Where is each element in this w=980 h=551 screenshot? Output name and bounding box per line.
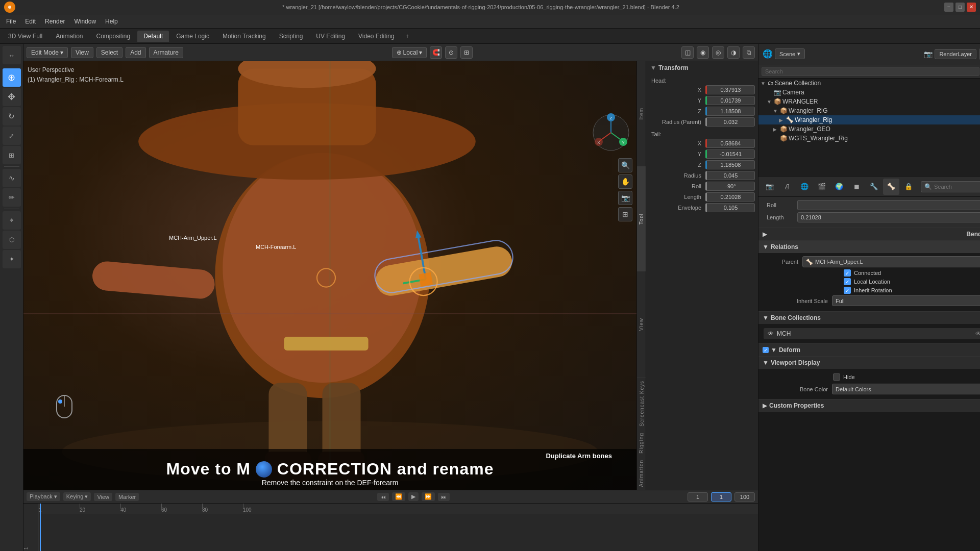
menu-help[interactable]: Help — [101, 16, 122, 27]
tab-uv-editing[interactable]: UV Editing — [310, 31, 351, 42]
tab-game-logic[interactable]: Game Logic — [170, 31, 215, 42]
tool-icon-draw[interactable]: ✏ — [3, 188, 21, 207]
tool-icon-extra1[interactable]: ⬡ — [3, 231, 21, 249]
props-search-input[interactable] — [934, 184, 980, 190]
tool-icon-transform[interactable]: ⊞ — [3, 146, 21, 164]
next-frame-button[interactable]: ⏩ — [422, 492, 435, 501]
navigation-gizmo[interactable]: Z Y X — [591, 112, 631, 153]
maximize-button[interactable]: □ — [955, 3, 965, 12]
prev-frame-button[interactable]: ⏪ — [392, 492, 405, 501]
render-props-icon[interactable]: 📷 — [762, 179, 778, 195]
local-location-checkbox[interactable] — [844, 278, 851, 285]
bone-props-icon[interactable]: 🦴 — [883, 179, 899, 195]
outliner-wrangler-rig-coll[interactable]: ▼ 📦 Wrangler_RIG — [758, 106, 980, 115]
radius-value[interactable]: 0.045 — [705, 171, 755, 180]
scene-collection-item[interactable]: ▼ 🗂 Scene Collection 👁 — [758, 79, 980, 88]
connected-checkbox[interactable] — [844, 269, 851, 277]
view-layer-icon[interactable]: 🌐 — [796, 179, 813, 195]
view-menu[interactable]: View — [94, 493, 112, 501]
tab-animation[interactable]: Animation — [50, 31, 89, 42]
viewport-overlay-btn[interactable]: View — [71, 47, 93, 58]
zoom-in-button[interactable]: 🔍 — [618, 158, 632, 172]
deform-header[interactable]: ▼ Deform — [758, 344, 980, 356]
tool-icon-cursor[interactable]: ⊕ — [3, 68, 21, 87]
viewport-shading-rendered[interactable]: ◑ — [727, 46, 740, 59]
hand-tool-button[interactable]: ✋ — [618, 174, 632, 189]
deform-checkbox[interactable] — [763, 347, 769, 353]
transform-orientation-dropdown[interactable]: ⊕ Local ▾ — [392, 47, 427, 58]
custom-props-header[interactable]: ▶ Custom Properties — [758, 399, 980, 412]
menu-file[interactable]: File — [2, 16, 20, 27]
hide-checkbox[interactable] — [833, 373, 840, 381]
bendy-bones-header[interactable]: ▶ Bendy Bones — [758, 228, 980, 240]
constraint-props-icon[interactable]: 🔒 — [900, 179, 917, 195]
tool-icon-scale[interactable]: ⤢ — [3, 127, 21, 145]
item-strip[interactable]: Item — [637, 61, 646, 166]
parent-value-field[interactable]: 🦴 MCH-Arm_Upper.L ✕ — [802, 256, 980, 267]
jump-end-button[interactable]: ⏭ — [438, 493, 450, 501]
outliner-wgts-item[interactable]: 📦 WGTS_Wrangler_Rig 22 — [758, 134, 980, 143]
outliner-search-input[interactable] — [762, 67, 979, 76]
tail-x-value[interactable]: 0.58684 — [705, 139, 755, 148]
outliner-camera-item[interactable]: 📷 Camera 👁 ◎ — [758, 88, 980, 97]
tail-y-value[interactable]: -0.01541 — [705, 149, 755, 159]
tab-motion-tracking[interactable]: Motion Tracking — [216, 31, 272, 42]
world-props-icon[interactable]: 🌍 — [831, 179, 847, 195]
outliner-wrangler-coll[interactable]: ▼ 📦 WRANGLER 👁 — [758, 97, 980, 106]
relations-header[interactable]: ▼ Relations ⊞ — [758, 241, 980, 253]
tail-z-value[interactable]: 1.18508 — [705, 160, 755, 169]
mch-options-icon[interactable]: 👁 — [975, 330, 980, 337]
tab-default[interactable]: Default — [137, 31, 169, 42]
head-y-value[interactable]: 0.01739 — [705, 96, 755, 105]
tool-icon-move[interactable]: ✥ — [3, 88, 21, 106]
tool-icon-extra2[interactable]: ✦ — [3, 250, 21, 268]
keying-menu[interactable]: Keying ▾ — [63, 492, 91, 501]
close-button[interactable]: ✕ — [967, 3, 976, 12]
marker-menu[interactable]: Marker — [115, 493, 139, 501]
outliner-wrangler-geo-coll[interactable]: ▶ 📦 Wrangler_GEO 🔷 — [758, 124, 980, 134]
edit-mode-dropdown[interactable]: Edit Mode ▾ — [27, 47, 68, 58]
viewport-3d[interactable]: MCH-Arm_Upper.L MCH-Forearm.L Z — [23, 61, 636, 490]
viewport-overlays-btn[interactable]: ⧉ — [743, 46, 755, 59]
inherit-rotation-checkbox[interactable] — [844, 287, 851, 294]
animation-strip[interactable]: Animation — [637, 457, 646, 490]
object-props-icon[interactable]: ◼ — [848, 179, 865, 195]
scene-dropdown[interactable]: Scene ▾ — [775, 48, 805, 59]
tool-strip[interactable]: Tool — [637, 166, 646, 271]
head-z-value[interactable]: 1.18508 — [705, 107, 755, 116]
scene-props-icon[interactable]: 🎬 — [814, 179, 830, 195]
head-x-value[interactable]: 0.37913 — [705, 85, 755, 94]
start-frame-input[interactable]: 1 — [688, 492, 708, 502]
mch-collection-item[interactable]: 👁 MCH 👁 ⭐ ✕ — [764, 328, 980, 339]
transform-panel-header[interactable]: ▼ Transform — [646, 61, 758, 74]
minimize-button[interactable]: − — [944, 3, 953, 12]
radius-parent-value[interactable]: 0.032 — [705, 117, 755, 127]
viewport-shading-material[interactable]: ◎ — [712, 46, 724, 59]
tool-icon-annotate[interactable]: ∿ — [3, 169, 21, 187]
length-value[interactable]: 0.21028 — [705, 192, 755, 202]
envelope-value[interactable]: 0.105 — [705, 203, 755, 212]
tool-icon-select[interactable]: ↔ — [3, 46, 21, 64]
render-layer-dropdown[interactable]: RenderLayer — [935, 49, 976, 59]
viewport-shading-wire[interactable]: ◫ — [681, 46, 694, 59]
roll-value[interactable]: -90° — [705, 182, 755, 191]
snap-toggle[interactable]: 🧲 — [430, 46, 442, 59]
rigging-strip[interactable]: Rigging — [637, 430, 646, 457]
tool-icon-measure[interactable]: ⌖ — [3, 211, 21, 230]
grid-toggle[interactable]: ⊞ — [460, 46, 473, 59]
menu-edit[interactable]: Edit — [21, 16, 40, 27]
bone-collections-header[interactable]: ▼ Bone Collections — [758, 312, 980, 324]
output-props-icon[interactable]: 🖨 — [779, 179, 795, 195]
viewport-shading-solid[interactable]: ◉ — [697, 46, 709, 59]
current-frame-input[interactable]: 1 — [711, 492, 731, 502]
screencast-strip[interactable]: Screencast Keys — [637, 377, 646, 430]
add-workspace-button[interactable]: + — [402, 31, 413, 42]
mch-coll-eye-icon[interactable]: 👁 — [768, 330, 774, 337]
length-field-value[interactable]: 0.21028 — [797, 212, 980, 222]
tool-icon-rotate[interactable]: ↻ — [3, 107, 21, 126]
ortho-view-button[interactable]: ⊞ — [618, 207, 632, 221]
end-frame-input[interactable]: 100 — [734, 492, 755, 502]
select-menu-btn[interactable]: Select — [96, 47, 122, 58]
timeline-track[interactable]: 1 20 40 60 80 100 — [39, 504, 758, 551]
proportional-edit[interactable]: ⊙ — [445, 46, 457, 59]
